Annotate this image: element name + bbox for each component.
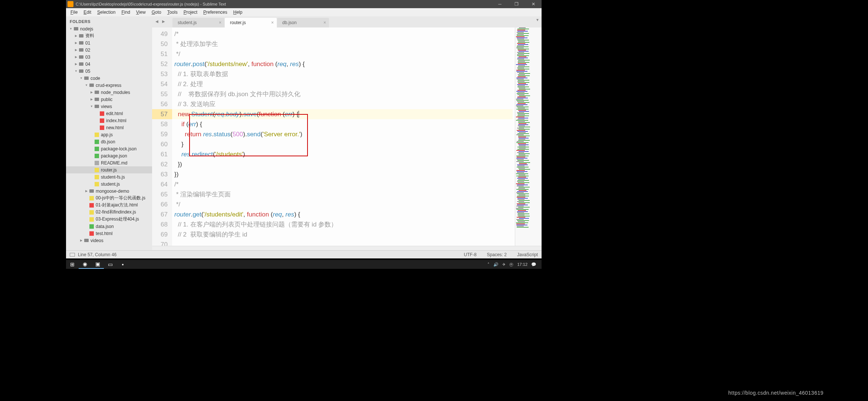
panel-icon[interactable]	[70, 253, 75, 257]
expand-arrow-icon[interactable]: ▼	[79, 76, 83, 80]
tab[interactable]: router.js×	[225, 18, 277, 27]
horizontal-scrollbar[interactable]	[152, 246, 542, 250]
expand-arrow-icon[interactable]	[90, 133, 93, 137]
tree-item[interactable]: index.html	[66, 117, 152, 124]
tray-network-icon[interactable]: ✈	[502, 262, 506, 267]
tree-item[interactable]: student.js	[66, 180, 152, 188]
expand-arrow-icon[interactable]: ▶	[74, 48, 78, 52]
tree-item[interactable]: edit.html	[66, 110, 152, 117]
chrome-icon[interactable]: ◉	[79, 260, 91, 269]
tab-menu-icon[interactable]: ▼	[536, 18, 539, 22]
tray-volume-icon[interactable]: 🔊	[493, 262, 499, 267]
tree-item[interactable]: new.html	[66, 124, 152, 131]
menu-project[interactable]: Project	[181, 9, 200, 16]
tree-item[interactable]: ▼code	[66, 75, 152, 82]
expand-arrow-icon[interactable]: ▼	[85, 84, 88, 87]
menu-find[interactable]: Find	[118, 9, 133, 16]
tree-item[interactable]: router.js	[66, 166, 152, 173]
menu-view[interactable]: View	[133, 9, 149, 16]
tree-item[interactable]: ▶04	[66, 61, 152, 68]
tab[interactable]: student.js×	[172, 18, 224, 27]
expand-arrow-icon[interactable]	[85, 225, 88, 228]
menu-tools[interactable]: Tools	[164, 9, 181, 16]
expand-arrow-icon[interactable]: ▼	[74, 69, 78, 73]
tree-item[interactable]: README.md	[66, 159, 152, 166]
tree-item[interactable]: 02-find和findindex.js	[66, 209, 152, 216]
tree-item[interactable]: ▶mongoose-demo	[66, 188, 152, 195]
expand-arrow-icon[interactable]	[90, 154, 93, 158]
minimize-button[interactable]: ─	[491, 0, 508, 8]
tab[interactable]: db.json×	[277, 18, 329, 27]
tree-item[interactable]: ▶videos	[66, 237, 152, 244]
nav-back-icon[interactable]: ◀	[154, 19, 160, 24]
expand-arrow-icon[interactable]	[85, 196, 88, 200]
tab-close-icon[interactable]: ×	[323, 20, 326, 25]
tree-item[interactable]: ▶01	[66, 39, 152, 46]
minimap[interactable]	[515, 27, 542, 246]
expand-arrow-icon[interactable]	[95, 112, 99, 115]
tree-item[interactable]: ▼05	[66, 68, 152, 75]
menu-goto[interactable]: Goto	[149, 9, 164, 16]
titlebar[interactable]: C:\Users\lpz\Desktop\nodejs\05\code\crud…	[66, 0, 542, 8]
tree-item[interactable]: ▼views	[66, 103, 152, 110]
expand-arrow-icon[interactable]: ▼	[69, 27, 73, 31]
notification-icon[interactable]: 💬	[531, 262, 536, 267]
menu-preferences[interactable]: Preferences	[200, 9, 230, 16]
tree-item[interactable]: student-fs.js	[66, 173, 152, 180]
expand-arrow-icon[interactable]: ▶	[74, 41, 78, 45]
tree-item[interactable]: package.json	[66, 152, 152, 159]
menu-file[interactable]: File	[68, 9, 80, 16]
code-editor[interactable]: /* * 处理添加学生 */router.post('/students/new…	[172, 27, 515, 246]
expand-arrow-icon[interactable]	[85, 218, 88, 221]
tree-item[interactable]: test.html	[66, 230, 152, 237]
line-gutter[interactable]: 4950515253545556575859606162636465666768…	[152, 27, 172, 246]
expand-arrow-icon[interactable]	[95, 126, 99, 130]
expand-arrow-icon[interactable]: ▶	[74, 34, 78, 38]
tree-item[interactable]: 03-Express处理404.js	[66, 216, 152, 223]
expand-arrow-icon[interactable]	[95, 119, 99, 123]
menu-help[interactable]: Help	[230, 9, 246, 16]
tree-item[interactable]: data.json	[66, 223, 152, 230]
explorer-icon[interactable]: ▭	[104, 260, 116, 269]
tree-item[interactable]: ▼crud-express	[66, 82, 152, 89]
maximize-button[interactable]: ❐	[508, 0, 525, 8]
sublime-icon[interactable]: ▣	[91, 260, 104, 269]
expand-arrow-icon[interactable]: ▶	[90, 91, 93, 94]
menu-edit[interactable]: Edit	[80, 9, 94, 16]
tab-close-icon[interactable]: ×	[271, 20, 274, 25]
expand-arrow-icon[interactable]: ▶	[74, 55, 78, 59]
expand-arrow-icon[interactable]	[90, 161, 93, 165]
tree-item[interactable]: ▶public	[66, 96, 152, 103]
tree-item[interactable]: ▼nodejs	[66, 25, 152, 32]
expand-arrow-icon[interactable]: ▶	[79, 239, 83, 242]
expand-arrow-icon[interactable]	[90, 168, 93, 172]
nav-forward-icon[interactable]: ▶	[161, 19, 166, 24]
expand-arrow-icon[interactable]: ▶	[74, 62, 78, 66]
expand-arrow-icon[interactable]: ▶	[90, 98, 93, 101]
close-button[interactable]: ✕	[525, 0, 542, 8]
expand-arrow-icon[interactable]	[85, 203, 88, 207]
expand-arrow-icon[interactable]: ▼	[90, 105, 93, 108]
tree-item[interactable]: package-lock.json	[66, 145, 152, 152]
encoding[interactable]: UTF-8	[464, 252, 477, 257]
tree-item[interactable]: 00-js中的一等公民函数.js	[66, 195, 152, 202]
expand-arrow-icon[interactable]	[90, 147, 93, 151]
start-button[interactable]: ⊞	[66, 260, 79, 269]
tray-up-icon[interactable]: ˄	[487, 262, 490, 267]
expand-arrow-icon[interactable]	[90, 140, 93, 144]
tree-item[interactable]: ▶node_modules	[66, 89, 152, 96]
clock[interactable]: 17:12	[517, 262, 527, 267]
expand-arrow-icon[interactable]	[85, 232, 88, 235]
tree-item[interactable]: ▶02	[66, 46, 152, 53]
tree-item[interactable]: ▶03	[66, 53, 152, 61]
indentation[interactable]: Spaces: 2	[487, 252, 507, 257]
terminal-icon[interactable]: ▪	[116, 260, 129, 269]
cursor-position[interactable]: Line 57, Column 46	[78, 252, 116, 257]
tab-close-icon[interactable]: ×	[219, 20, 221, 25]
menu-selection[interactable]: Selection	[94, 9, 118, 16]
tree-item[interactable]: app.js	[66, 131, 152, 138]
syntax[interactable]: JavaScript	[517, 252, 538, 257]
tree-item[interactable]: db.json	[66, 138, 152, 145]
tray-ime-icon[interactable]: ㊥	[509, 262, 513, 267]
expand-arrow-icon[interactable]	[85, 211, 88, 214]
